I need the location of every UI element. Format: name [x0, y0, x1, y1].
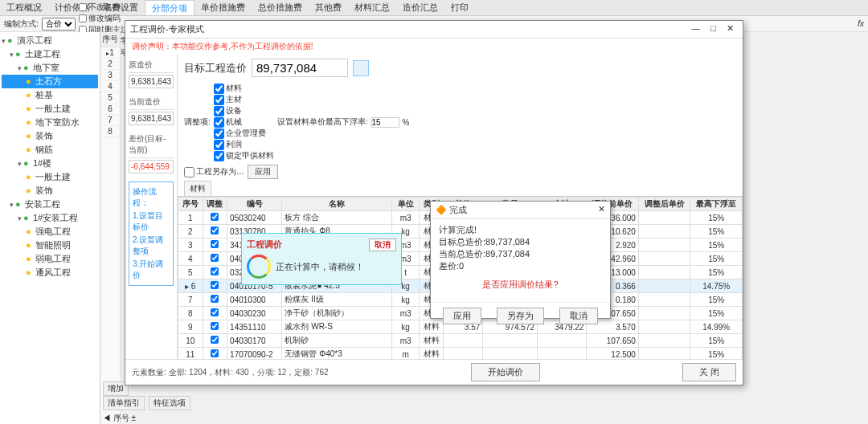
target-input[interactable]	[252, 59, 348, 77]
rate-input[interactable]	[371, 117, 399, 128]
tree-node[interactable]: 通风工程	[2, 266, 98, 279]
left-summary: 原造价9,6381,643 当前造价9,6381,643 差价(目标-当前)-6…	[125, 55, 178, 359]
tree-node[interactable]: 钢筋	[2, 143, 98, 157]
progress-message: 正在计算中，请稍候！	[276, 261, 364, 273]
close-button[interactable]: 关 闭	[682, 363, 736, 381]
confirm-saveas-button[interactable]: 另存为	[497, 308, 544, 324]
target-label: 目标工程造价	[184, 61, 247, 75]
seq-header: 序号	[100, 32, 120, 47]
confirm-cancel-button[interactable]: 取消	[559, 308, 598, 324]
tree-node[interactable]: 一般土建	[2, 102, 98, 116]
main-tab[interactable]: 工程概况	[0, 0, 48, 15]
tree-node[interactable]: 桩基	[2, 88, 98, 102]
tree-node[interactable]: 1#安装工程	[2, 211, 98, 225]
tab-feature[interactable]: 特征选项	[149, 396, 190, 410]
warning-text: 调价声明：本功能仅作参考,不作为工程调价的依据!	[125, 39, 743, 55]
tree-node[interactable]: 安装工程	[2, 198, 98, 211]
spinner-icon	[247, 255, 271, 279]
main-tab[interactable]: 单价措施费	[194, 0, 252, 15]
start-adjust-button[interactable]: 开始调价	[471, 363, 540, 381]
confirm-question: 是否应用调价结果?	[439, 272, 602, 297]
main-tab[interactable]: 材料汇总	[348, 0, 396, 15]
tree-node[interactable]: 装饰	[2, 184, 98, 198]
tree-node[interactable]: 1#楼	[2, 157, 98, 170]
table-row[interactable]: 1004030170机制砂m3材料107.65015%	[178, 334, 743, 348]
method-label: 编制方式:	[4, 18, 39, 30]
confirm-apply-button[interactable]: 应用	[443, 308, 481, 324]
tree-node[interactable]: 强电工程	[2, 225, 98, 238]
main-tab[interactable]: 造价汇总	[396, 0, 444, 15]
stats-text: 元素数量: 全部: 1204，材料: 430，分项: 12，定额: 762	[132, 367, 329, 378]
tree-node[interactable]: 弱电工程	[2, 252, 98, 266]
confirm-dialog: 🔶 完成 ✕ 计算完成! 目标总造价:89,737,084 当前总造价:89,7…	[430, 201, 611, 319]
main-tab[interactable]: 打印	[444, 0, 475, 15]
tree-node[interactable]: 土石方	[2, 75, 98, 88]
tree-node[interactable]: 地下室	[2, 61, 98, 75]
progress-title: 工程调价	[247, 238, 282, 251]
bottom-panel: 增加 清单指引 特征选项 ◀ 序号 ±	[103, 381, 215, 424]
method-select[interactable]: 合价	[42, 18, 76, 31]
prev-icon[interactable]: ◀	[103, 414, 111, 422]
row-number-gutter: 序号 12345678	[100, 32, 121, 424]
tree-node[interactable]: 土建工程	[2, 47, 98, 61]
progress-cancel-button[interactable]: 取消	[369, 238, 396, 251]
close-icon[interactable]: ✕	[723, 23, 738, 33]
main-tab[interactable]: 总价措施费	[252, 0, 309, 15]
tree-node[interactable]: 演示工程	[2, 34, 98, 47]
tree-node[interactable]: 地下室防水	[2, 116, 98, 129]
confirm-title: 🔶 完成	[436, 204, 467, 216]
project-tree: 演示工程土建工程地下室土石方桩基一般土建地下室防水装饰钢筋1#楼一般土建装饰安装…	[0, 32, 100, 424]
maximize-icon[interactable]: □	[706, 23, 720, 33]
tree-node[interactable]: 智能照明	[2, 238, 98, 252]
confirm-close-icon[interactable]: ✕	[598, 204, 605, 216]
main-tab[interactable]: 其他费	[309, 0, 348, 15]
tree-node[interactable]: 一般土建	[2, 170, 98, 184]
progress-dialog: 工程调价 取消 正在计算中，请稍候！	[241, 233, 402, 285]
fx-label[interactable]: fx	[858, 19, 864, 28]
dialog-title: 工程调价-专家模式	[130, 23, 204, 35]
tree-node[interactable]: 装饰	[2, 129, 98, 143]
table-row[interactable]: 1117070090-2无缝钢管 Φ40*3m材料12.50015%	[178, 348, 743, 360]
calculator-icon[interactable]	[353, 60, 369, 76]
minimize-icon[interactable]: —	[687, 23, 704, 33]
tab-listing[interactable]: 清单指引	[103, 396, 145, 410]
material-tab[interactable]: 材料	[184, 181, 211, 196]
apply-button[interactable]: 应用	[248, 165, 278, 179]
workflow-box: 操作流程： 1.设置目标价 2.设置调整项 3.开始调价	[129, 181, 174, 286]
